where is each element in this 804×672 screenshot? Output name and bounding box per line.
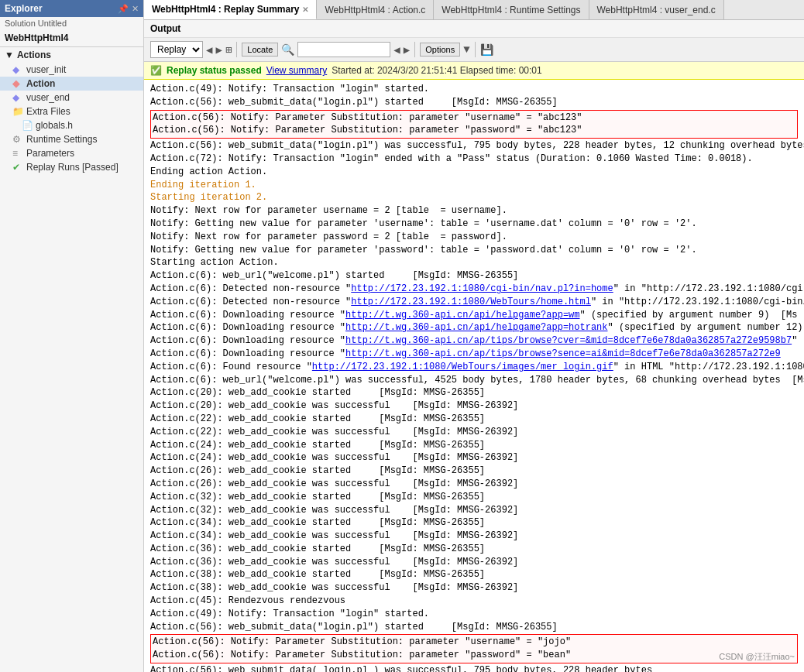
log-url-link[interactable]: http://t.wg.360-api.cn/ap/tips/browse?se… [345,348,781,359]
search-icon[interactable]: 🔍 [281,43,294,57]
view-summary-link[interactable]: View summary [266,65,327,76]
log-line: Action.c(38): web_add_cookie was success… [150,581,798,595]
log-url-link[interactable]: http://172.23.192.1:1080/WebTours/images… [312,362,613,372]
tab-close-icon[interactable]: ✕ [302,5,308,14]
output-toolbar: Replay ◀ ▶ ⊞ Locate 🔍 ◀ ▶ Options ▼ 💾 [144,38,804,62]
log-line: Action.c(32): web_add_cookie started [Ms… [150,491,798,504]
log-line: Action.c(56): web_submit_data("login.pl"… [150,621,798,634]
tab-replay-summary[interactable]: WebHttpHtml4 : Replay Summary ✕ [144,0,317,19]
log-line: Action.c(38): web_add_cookie started [Ms… [150,568,798,581]
close-icon[interactable]: ✕ [132,4,139,14]
log-line: Action.c(56): Notify: Parameter Substitu… [153,649,795,662]
next-icon[interactable]: ▶ [404,43,410,57]
replay-select[interactable]: Replay [150,41,203,58]
log-line: Action.c(6): web_url("welcome.pl") start… [150,269,798,283]
log-line: Starting iteration 2. [150,191,798,204]
action-icon: ◆ [12,78,23,89]
log-line: Action.c(56): web_submit_data("login.pl"… [150,139,798,153]
sidebar-header-icons: 📌 ✕ [118,4,139,14]
log-line: Action.c(6): Found resource "http://172.… [150,361,798,374]
output-label: Output [144,20,804,38]
solution-label: Solution Untitled [0,17,143,29]
file-icon: 📄 [22,120,33,131]
log-line: Action.c(34): web_add_cookie started [Ms… [150,516,798,530]
log-url-link[interactable]: http://172.23.192.1:1080/cgi-bin/nav.pl?… [351,283,613,294]
dropdown-icon[interactable]: ▼ [463,43,469,56]
tab-action-c[interactable]: WebHttpHtml4 : Action.c [317,0,434,19]
options-button[interactable]: Options [420,43,460,57]
log-line: Ending action Action. [150,166,798,179]
search-input[interactable] [297,42,390,57]
toolbar-separator-3 [475,42,476,57]
log-line: Action.c(26): web_add_cookie was success… [150,478,798,491]
expand-icon: ▼ [5,50,14,60]
log-line: Notify: Next row for parameter password … [150,231,798,244]
log-line: Action.c(56): Notify: Parameter Substitu… [153,111,795,125]
log-line: Action.c(56): web_submit_data("login.pl"… [150,96,798,109]
output-section: Output Replay ◀ ▶ ⊞ Locate 🔍 ◀ ▶ Options… [144,20,804,672]
tab-runtime-settings[interactable]: WebHttpHtml4 : Runtime Settings [434,0,589,19]
sidebar-item-vuser-init[interactable]: ◆ vuser_init [0,63,143,77]
started-at-text: Started at: 2024/3/20 21:51:41 Elapsed t… [332,65,542,76]
project-root[interactable]: WebHttpHtml4 [0,29,143,47]
log-line: Action.c(6): web_url("welcome.pl") was s… [150,374,798,387]
vuser-end-icon: ◆ [12,92,23,103]
log-line: Action.c(20): web_add_cookie started [Ms… [150,386,798,399]
settings-icon: ⚙ [12,134,23,145]
log-line: Action.c(56): Notify: Parameter Substitu… [153,636,795,649]
log-line: Action.c(26): web_add_cookie started [Ms… [150,465,798,478]
log-line: Action.c(49): Notify: Transaction "login… [150,608,798,621]
sidebar-item-globals[interactable]: 📄 globals.h [0,118,143,132]
save-icon[interactable]: 💾 [480,43,493,57]
log-line: Action.c(24): web_add_cookie was success… [150,451,798,465]
sidebar-item-parameters[interactable]: ≡ Parameters [0,146,143,160]
vuser-icon: ◆ [12,64,23,75]
log-line: Action.c(6): Detected non-resource "http… [150,296,798,309]
prev-icon[interactable]: ◀ [393,43,400,57]
toolbar-separator-1 [236,42,237,57]
tab-bar: WebHttpHtml4 : Replay Summary ✕ WebHttpH… [144,0,804,20]
tab-vuser-end-c[interactable]: WebHttpHtml4 : vuser_end.c [589,0,724,19]
log-line: Action.c(56): Notify: Parameter Substitu… [153,124,795,137]
folder-icon: 📁 [12,106,23,117]
log-line: Ending iteration 1. [150,179,798,192]
log-line: Action.c(6): Downloading resource "http:… [150,334,798,348]
log-wrapper: Action.c(49): Notify: Transaction "login… [144,80,804,672]
log-line: Action.c(6): Downloading resource "http:… [150,321,798,334]
highlight-box-2: Action.c(56): Notify: Parameter Substitu… [150,634,798,663]
toolbar-grid-icon[interactable]: ⊞ [225,43,232,57]
log-line: Starting action Action. [150,256,798,269]
log-line: Notify: Next row for parameter username … [150,204,798,218]
main-panel: WebHttpHtml4 : Replay Summary ✕ WebHttpH… [144,0,804,672]
sidebar-item-vuser-end[interactable]: ◆ vuser_end [0,91,143,105]
sidebar-item-action[interactable]: ◆ Action [0,77,143,91]
log-line: Action.c(72): Notify: Transaction "login… [150,153,798,166]
log-url-link[interactable]: http://t.wg.360-api.cn/api/helpgame?app=… [345,310,579,321]
replay-icon: ✔ [12,162,23,173]
params-icon: ≡ [12,148,23,159]
sidebar-item-replay-runs[interactable]: ✔ Replay Runs [Passed] [0,160,143,174]
actions-group[interactable]: ▼ Actions [0,47,143,63]
log-url-link[interactable]: http://t.wg.360-api.cn/ap/tips/browse?cv… [345,335,792,346]
replay-status-text: Replay status passed [167,65,262,76]
sidebar-item-runtime-settings[interactable]: ⚙ Runtime Settings [0,132,143,146]
log-line: Action.c(45): Rendezvous rendezvous [150,595,798,608]
log-url-link[interactable]: http://t.wg.360-api.cn/api/helpgame?app=… [345,322,607,333]
log-line: Action.c(49): Notify: Transaction "login… [150,83,798,96]
toolbar-icon-2[interactable]: ▶ [215,43,222,57]
pin-icon[interactable]: 📌 [118,4,129,14]
highlight-box-1: Action.c(56): Notify: Parameter Substitu… [150,110,798,139]
log-line: Action.c(6): Downloading resource "http:… [150,348,798,361]
sidebar-header: Explorer 📌 ✕ [0,0,143,17]
status-bar: ✅ Replay status passed View summary Star… [144,62,804,80]
sidebar-item-extra-files[interactable]: 📁 Extra Files [0,105,143,118]
log-output[interactable]: Action.c(49): Notify: Transaction "login… [144,80,804,672]
toolbar-icon-1[interactable]: ◀ [206,43,212,57]
log-line: Action.c(20): web_add_cookie was success… [150,399,798,413]
locate-button[interactable]: Locate [242,43,278,57]
log-line: Action.c(6): Downloading resource "http:… [150,309,798,322]
log-line: Action.c(34): web_add_cookie was success… [150,530,798,543]
log-url-link[interactable]: http://172.23.192.1:1080/WebTours/home.h… [351,297,591,307]
log-line: Action.c(56): web_submit_data( login.pl … [150,664,798,672]
status-check-icon: ✅ [150,65,162,76]
